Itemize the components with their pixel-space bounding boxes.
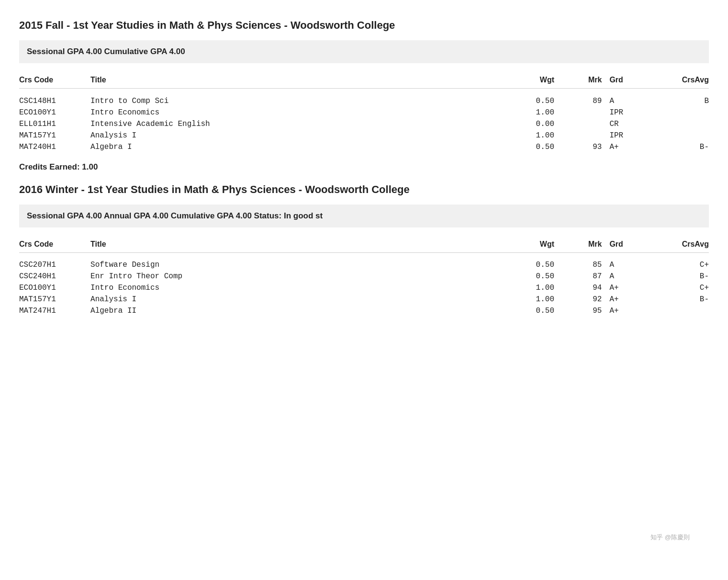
section-title-fall-2015: 2015 Fall - 1st Year Studies in Math & P…: [19, 19, 709, 32]
col-header-title: Title: [90, 236, 507, 253]
table-row: MAT157Y1Analysis I1.0092A+B-: [19, 294, 709, 305]
cell-col-grd: A: [602, 271, 649, 282]
cell-col-mrk: 93: [554, 141, 602, 153]
cell-col-mrk: 95: [554, 305, 602, 317]
cell-col-title: Intensive Academic English: [90, 118, 507, 130]
cell-col-wgt: 0.00: [507, 118, 554, 130]
cell-col-wgt: 1.00: [507, 294, 554, 305]
col-header-wgt: Wgt: [507, 236, 554, 253]
table-row: MAT240H1Algebra I0.5093A+B-: [19, 141, 709, 153]
cell-col-title: Analysis I: [90, 130, 507, 141]
cell-col-mrk: [554, 118, 602, 130]
cell-col-crsavg: B-: [650, 294, 709, 305]
course-table-fall-2015: Crs CodeTitleWgtMrkGrdCrsAvgCSC148H1Intr…: [19, 72, 709, 153]
cell-col-crsavg: [650, 305, 709, 317]
cell-col-title: Software Design: [90, 259, 507, 271]
col-header-title: Title: [90, 72, 507, 89]
col-header-mrk: Mrk: [554, 72, 602, 89]
cell-col-mrk: 89: [554, 95, 602, 107]
cell-col-title: Analysis I: [90, 294, 507, 305]
table-row: ELL011H1Intensive Academic English0.00 C…: [19, 118, 709, 130]
cell-col-grd: IPR: [602, 130, 649, 141]
table-row: ECO100Y1Intro Economics1.0094A+C+: [19, 282, 709, 294]
table-row: CSC207H1Software Design0.5085AC+: [19, 259, 709, 271]
table-row: MAT247H1Algebra II0.5095A+: [19, 305, 709, 317]
cell-col-mrk: [554, 130, 602, 141]
cell-col-code: CSC207H1: [19, 259, 90, 271]
col-header-mrk: Mrk: [554, 236, 602, 253]
cell-col-title: Intro Economics: [90, 107, 507, 118]
cell-col-code: ECO100Y1: [19, 107, 90, 118]
col-header-crs_code: Crs Code: [19, 236, 90, 253]
gpa-bar-winter-2016: Sessional GPA 4.00 Annual GPA 4.00 Cumul…: [19, 205, 709, 227]
cell-col-crsavg: C+: [650, 282, 709, 294]
table-row: CSC148H1Intro to Comp Sci0.5089AB: [19, 95, 709, 107]
col-header-crsavg: CrsAvg: [650, 236, 709, 253]
cell-col-wgt: 1.00: [507, 130, 554, 141]
col-header-wgt: Wgt: [507, 72, 554, 89]
cell-col-code: MAT240H1: [19, 141, 90, 153]
cell-col-crsavg: [650, 107, 709, 118]
cell-col-wgt: 1.00: [507, 282, 554, 294]
cell-col-title: Intro to Comp Sci: [90, 95, 507, 107]
cell-col-crsavg: C+: [650, 259, 709, 271]
cell-col-code: ECO100Y1: [19, 282, 90, 294]
cell-col-crsavg: [650, 130, 709, 141]
cell-col-title: Algebra I: [90, 141, 507, 153]
table-row: ECO100Y1Intro Economics1.00 IPR: [19, 107, 709, 118]
cell-col-crsavg: [650, 118, 709, 130]
table-row: CSC240H1Enr Intro Theor Comp0.5087AB-: [19, 271, 709, 282]
transcript-app: 2015 Fall - 1st Year Studies in Math & P…: [19, 19, 709, 326]
cell-col-wgt: 0.50: [507, 95, 554, 107]
cell-col-wgt: 0.50: [507, 141, 554, 153]
cell-col-title: Algebra II: [90, 305, 507, 317]
col-header-crsavg: CrsAvg: [650, 72, 709, 89]
cell-col-grd: A+: [602, 305, 649, 317]
cell-col-grd: IPR: [602, 107, 649, 118]
cell-col-crsavg: B-: [650, 141, 709, 153]
credits-earned-fall-2015: Credits Earned: 1.00: [19, 162, 709, 172]
watermark: 知乎 @陈慶則: [650, 533, 690, 542]
cell-col-grd: CR: [602, 118, 649, 130]
cell-col-mrk: 94: [554, 282, 602, 294]
cell-col-code: MAT157Y1: [19, 294, 90, 305]
cell-col-mrk: 85: [554, 259, 602, 271]
cell-col-code: CSC148H1: [19, 95, 90, 107]
cell-col-code: MAT247H1: [19, 305, 90, 317]
cell-col-crsavg: B-: [650, 271, 709, 282]
cell-col-wgt: 0.50: [507, 259, 554, 271]
cell-col-code: ELL011H1: [19, 118, 90, 130]
cell-col-crsavg: B: [650, 95, 709, 107]
col-header-grd: Grd: [602, 72, 649, 89]
cell-col-grd: A+: [602, 282, 649, 294]
cell-col-wgt: 1.00: [507, 107, 554, 118]
cell-col-mrk: [554, 107, 602, 118]
cell-col-wgt: 0.50: [507, 271, 554, 282]
cell-col-grd: A+: [602, 294, 649, 305]
cell-col-title: Intro Economics: [90, 282, 507, 294]
course-table-winter-2016: Crs CodeTitleWgtMrkGrdCrsAvgCSC207H1Soft…: [19, 236, 709, 317]
cell-col-mrk: 92: [554, 294, 602, 305]
cell-col-mrk: 87: [554, 271, 602, 282]
cell-col-code: MAT157Y1: [19, 130, 90, 141]
table-row: MAT157Y1Analysis I1.00 IPR: [19, 130, 709, 141]
gpa-bar-fall-2015: Sessional GPA 4.00 Cumulative GPA 4.00: [19, 40, 709, 63]
cell-col-code: CSC240H1: [19, 271, 90, 282]
section-title-winter-2016: 2016 Winter - 1st Year Studies in Math &…: [19, 183, 709, 196]
col-header-grd: Grd: [602, 236, 649, 253]
cell-col-grd: A: [602, 95, 649, 107]
col-header-crs_code: Crs Code: [19, 72, 90, 89]
cell-col-grd: A+: [602, 141, 649, 153]
cell-col-grd: A: [602, 259, 649, 271]
cell-col-title: Enr Intro Theor Comp: [90, 271, 507, 282]
cell-col-wgt: 0.50: [507, 305, 554, 317]
